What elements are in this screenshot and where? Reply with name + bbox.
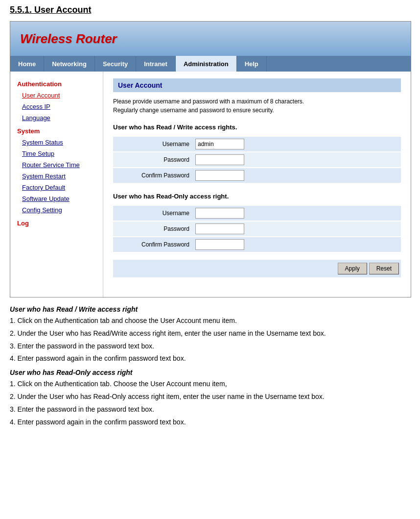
- rw-step-4: 4. Enter password again in the confirm p…: [10, 353, 410, 365]
- router-header: Wireless Router: [10, 22, 411, 56]
- content-area: Authentication User Account Access IP La…: [10, 72, 411, 297]
- ro-step-2: 2. Under the User who has Read-Only acce…: [10, 391, 410, 403]
- sidebar-link-time-setup[interactable]: Time Setup: [10, 148, 103, 159]
- rw-form-table: Username Password Confirm Password: [113, 137, 401, 183]
- rw-username-row: Username: [113, 137, 401, 151]
- description-section: User who has Read / Write access right 1…: [10, 305, 410, 428]
- button-row: Apply Reset: [113, 260, 401, 277]
- nav-bar: Home Networking Security Intranet Admini…: [10, 56, 411, 72]
- ro-section-title: User who has Read-Only access right.: [113, 191, 401, 202]
- ro-form-table: Username Password Confirm Password: [113, 206, 401, 252]
- rw-step-3: 3. Enter the password in the password te…: [10, 341, 410, 352]
- apply-button[interactable]: Apply: [338, 263, 367, 274]
- page-wrapper: 5.5.1. User Account Wireless Router Home…: [0, 0, 420, 439]
- ro-heading: User who has Read-Only access right: [10, 369, 410, 376]
- rw-step-1: 1. Click on the Authentication tab and c…: [10, 315, 410, 327]
- sidebar-link-system-status[interactable]: System Status: [10, 137, 103, 148]
- ro-step-1: 1. Click on the Authentication tab. Choo…: [10, 378, 410, 390]
- rw-heading: User who has Read / Write access right: [10, 305, 410, 313]
- rw-confirm-row: Confirm Password: [113, 168, 401, 183]
- nav-home[interactable]: Home: [10, 56, 44, 72]
- section-heading: User Account: [113, 78, 401, 92]
- sidebar-link-system-restart[interactable]: System Restart: [10, 171, 103, 182]
- rw-confirm-label: Confirm Password: [117, 172, 195, 179]
- desc-line1: Please provide username and password wit…: [113, 97, 401, 106]
- nav-networking[interactable]: Networking: [44, 56, 95, 72]
- ro-step-3: 3. Enter the password in the password te…: [10, 404, 410, 416]
- nav-administration[interactable]: Administration: [176, 56, 237, 72]
- ro-confirm-row: Confirm Password: [113, 237, 401, 252]
- ro-confirm-label: Confirm Password: [117, 241, 195, 248]
- sidebar-link-config-setting[interactable]: Config Setting: [10, 204, 103, 216]
- sidebar-section-authentication: Authentication: [10, 76, 103, 90]
- reset-button[interactable]: Reset: [369, 263, 399, 274]
- ro-step-4: 4. Enter password again in the confirm p…: [10, 417, 410, 428]
- nav-help[interactable]: Help: [237, 56, 267, 72]
- ro-username-input[interactable]: [195, 208, 244, 219]
- sidebar-link-user-account[interactable]: User Account: [10, 90, 103, 101]
- sidebar: Authentication User Account Access IP La…: [10, 72, 103, 297]
- sidebar-link-router-service-time[interactable]: Router Service Time: [10, 159, 103, 171]
- description-text: Please provide username and password wit…: [113, 97, 401, 115]
- sidebar-section-log: Log: [10, 216, 103, 229]
- rw-step-2: 2. Under the User who has Read/Write acc…: [10, 328, 410, 340]
- ro-password-row: Password: [113, 222, 401, 236]
- sidebar-section-system: System: [10, 124, 103, 137]
- page-title: 5.5.1. User Account: [10, 5, 410, 15]
- router-ui: Wireless Router Home Networking Security…: [10, 21, 411, 297]
- ro-password-label: Password: [117, 225, 195, 232]
- sidebar-link-language[interactable]: Language: [10, 112, 103, 124]
- sidebar-link-software-update[interactable]: Software Update: [10, 193, 103, 204]
- sidebar-link-factory-default[interactable]: Factory Default: [10, 182, 103, 193]
- ro-confirm-input[interactable]: [195, 239, 244, 250]
- main-content: User Account Please provide username and…: [103, 72, 411, 297]
- router-brand: Wireless Router: [20, 31, 117, 47]
- rw-username-label: Username: [117, 141, 195, 148]
- rw-confirm-input[interactable]: [195, 170, 244, 181]
- nav-intranet[interactable]: Intranet: [136, 56, 176, 72]
- desc-line2: Regularly change username and password t…: [113, 106, 401, 115]
- nav-security[interactable]: Security: [95, 56, 136, 72]
- sidebar-link-access-ip[interactable]: Access IP: [10, 101, 103, 112]
- ro-username-label: Username: [117, 210, 195, 217]
- ro-username-row: Username: [113, 206, 401, 221]
- ro-password-input[interactable]: [195, 223, 244, 234]
- rw-section-title: User who has Read / Write access rights.: [113, 122, 401, 133]
- rw-username-input[interactable]: [195, 139, 244, 149]
- rw-password-row: Password: [113, 152, 401, 167]
- rw-password-label: Password: [117, 156, 195, 163]
- rw-password-input[interactable]: [195, 154, 244, 165]
